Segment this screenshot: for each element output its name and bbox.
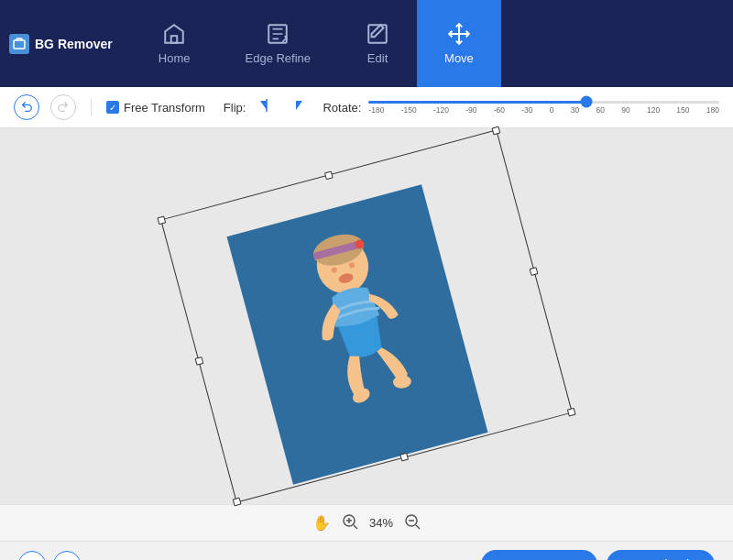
tab-home[interactable]: Home (131, 0, 218, 87)
tab-move-label: Move (444, 51, 474, 65)
rotate-section: Rotate: -180 -150 -120 (323, 94, 719, 120)
flip-vertical-button[interactable] (288, 97, 304, 117)
new-image-button[interactable]: New Image (481, 550, 597, 561)
flip-horizontal-button[interactable] (258, 97, 275, 117)
app-title: BG Remover (35, 37, 113, 51)
corner-handle-lm[interactable] (195, 357, 204, 366)
zoom-out-icon[interactable] (404, 513, 421, 533)
svg-line-23 (416, 525, 420, 529)
corner-handle-tm[interactable] (324, 171, 334, 181)
tab-edit-label: Edit (367, 51, 388, 65)
app-header: BG Remover Home Edge Refine Ed (0, 0, 733, 87)
tick-60n: -60 (494, 105, 505, 115)
tab-edge-refine[interactable]: Edge Refine (218, 0, 339, 87)
corner-handle-rm[interactable] (530, 267, 539, 276)
prev-arrow-button[interactable] (18, 551, 46, 561)
nav-tabs: Home Edge Refine Edit M (131, 0, 501, 87)
undo-button[interactable] (14, 94, 39, 120)
tick-60: 60 (596, 105, 604, 115)
canvas-area (0, 128, 733, 504)
redo-button[interactable] (50, 94, 76, 120)
nav-arrows (18, 551, 81, 561)
free-transform-toggle[interactable]: ✓ Free Transform (106, 101, 205, 115)
tab-home-label: Home (159, 51, 191, 65)
corner-handle-tl[interactable] (157, 215, 166, 225)
tab-move[interactable]: Move (417, 0, 501, 87)
tick-150n: -150 (401, 105, 417, 115)
tab-edge-refine-label: Edge Refine (246, 51, 312, 65)
zoom-bar: ✋ 34% (0, 504, 733, 541)
rotate-label: Rotate: (323, 101, 361, 115)
flip-label: Flip: (224, 101, 246, 115)
tick-90n: -90 (465, 105, 476, 115)
toolbar: ✓ Free Transform Flip: Rotate: (0, 87, 733, 128)
zoom-value: 34% (369, 516, 393, 530)
corner-handle-br[interactable] (567, 408, 576, 417)
svg-rect-1 (171, 36, 178, 43)
rotate-slider[interactable]: -180 -150 -120 -90 -60 -30 0 30 60 90 12… (368, 94, 719, 120)
tick-30: 30 (571, 105, 579, 115)
image-container[interactable] (192, 170, 541, 463)
footer-buttons: New Image Download (481, 550, 715, 561)
tab-edit[interactable]: Edit (338, 0, 417, 87)
free-transform-checkbox[interactable]: ✓ (106, 101, 119, 114)
download-button[interactable]: Download (607, 550, 715, 561)
pan-tool-icon[interactable]: ✋ (312, 514, 331, 532)
footer: New Image Download (0, 541, 733, 560)
svg-line-19 (354, 525, 357, 529)
tick-120: 120 (647, 105, 660, 115)
svg-marker-8 (296, 101, 302, 110)
svg-marker-6 (260, 101, 267, 110)
tick-90: 90 (621, 105, 629, 115)
zoom-in-icon[interactable] (342, 513, 358, 533)
corner-handle-tr[interactable] (492, 126, 501, 136)
tick-180: 180 (706, 105, 719, 115)
app-logo: BG Remover (9, 34, 113, 54)
tick-120n: -120 (433, 105, 449, 115)
tick-180n: -180 (368, 105, 384, 115)
divider-1 (91, 98, 92, 116)
next-arrow-button[interactable] (53, 551, 81, 561)
svg-rect-0 (14, 40, 25, 49)
logo-icon (9, 34, 29, 54)
free-transform-text: Free Transform (124, 101, 205, 115)
tick-0: 0 (550, 105, 554, 115)
tick-150: 150 (676, 105, 689, 115)
tick-30n: -30 (521, 105, 532, 115)
